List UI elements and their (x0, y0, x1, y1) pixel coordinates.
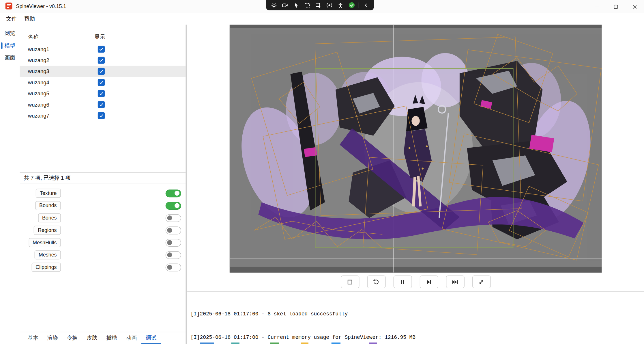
visibility-checkbox[interactable] (98, 57, 105, 64)
tab-animation[interactable]: 动画 (121, 332, 141, 344)
sidebar-item-screen[interactable]: 画面 (0, 52, 20, 64)
titlebar-left: SpineViewer - v0.15.1 (0, 2, 66, 11)
menu-help[interactable]: 帮助 (20, 14, 39, 24)
window-title: SpineViewer - v0.15.1 (16, 4, 66, 10)
tab-basic[interactable]: 基本 (23, 332, 43, 344)
region-select-icon[interactable] (302, 1, 312, 10)
texture-button[interactable]: Texture (36, 189, 61, 198)
bones-button[interactable]: Bones (38, 213, 61, 222)
meshes-toggle[interactable] (166, 251, 181, 259)
table-header: 名称 显示 (20, 30, 186, 44)
visibility-checkbox[interactable] (98, 90, 105, 97)
reset-button[interactable] (367, 276, 385, 288)
visibility-checkbox[interactable] (98, 79, 105, 86)
selection-summary: 共 7 项, 已选择 1 项 (20, 173, 186, 183)
regions-button[interactable]: Regions (34, 226, 61, 235)
render-viewport[interactable] (230, 25, 602, 272)
texture-toggle[interactable] (166, 189, 181, 197)
model-name: wuzang5 (28, 90, 95, 96)
window-controls (587, 0, 644, 13)
tab-debug[interactable]: 调试 (141, 332, 161, 344)
spineviewer-window: SpineViewer - v0.15.1 (0, 0, 644, 344)
property-tabs: 基本 渲染 变换 皮肤 插槽 动画 调试 (20, 332, 186, 344)
tab-skin[interactable]: 皮肤 (82, 332, 102, 344)
model-name: wuzang3 (28, 68, 95, 74)
model-name: wuzang2 (28, 57, 95, 63)
sidebar-item-model[interactable]: 模型 (0, 40, 20, 52)
model-name: wuzang1 (28, 46, 95, 52)
tab-slot[interactable]: 插槽 (102, 332, 121, 344)
visibility-checkbox[interactable] (98, 112, 105, 119)
model-panel: 名称 显示 wuzang1 wuzang2 wuzang3 wuzang4 (20, 25, 186, 344)
table-row[interactable]: wuzang4 (20, 77, 186, 88)
capture-toolbar (266, 0, 374, 10)
fast-forward-icon (451, 278, 459, 285)
column-header-visible: 显示 (94, 33, 105, 41)
record-icon[interactable] (325, 1, 334, 10)
pause-button[interactable] (393, 276, 412, 288)
table-row[interactable]: wuzang1 (20, 44, 186, 55)
tab-transform[interactable]: 变换 (62, 332, 82, 344)
clippings-toggle[interactable] (166, 263, 181, 271)
capture-toolbar-divider (359, 2, 359, 8)
capture-settings-icon[interactable] (269, 1, 279, 10)
meshhulls-toggle[interactable] (166, 239, 181, 246)
app-scale-wrapper: SpineViewer - v0.15.1 (0, 0, 644, 344)
menu-file[interactable]: 文件 (3, 14, 21, 24)
regions-toggle[interactable] (166, 226, 181, 234)
minimize-button[interactable] (587, 0, 606, 13)
maximize-button[interactable] (606, 0, 625, 13)
column-header-name: 名称 (28, 33, 95, 41)
status-check-icon[interactable] (347, 1, 356, 10)
debug-row-bounds: Bounds (20, 199, 186, 212)
log-line: [I]2025-06-18 01:17:00 - Current memory … (190, 334, 641, 342)
stop-icon (347, 278, 353, 285)
debug-row-regions: Regions (20, 224, 186, 237)
playback-controls (187, 273, 644, 291)
camera-icon[interactable] (280, 1, 290, 10)
bounds-button[interactable]: Bounds (35, 201, 61, 210)
model-name: wuzang6 (28, 102, 95, 108)
close-button[interactable] (625, 0, 644, 13)
debug-row-meshhulls: MeshHulls (20, 236, 186, 249)
menu-bar: 文件 帮助 (0, 13, 644, 25)
meshes-button[interactable]: Meshes (35, 250, 61, 259)
table-row[interactable]: wuzang3 (20, 66, 186, 77)
table-row[interactable]: wuzang6 (20, 99, 186, 110)
log-output[interactable]: [I]2025-06-18 01:17:00 - 8 skel loaded s… (187, 291, 644, 344)
side-nav: 浏览 模型 画面 (0, 25, 20, 344)
table-row[interactable]: wuzang7 (20, 110, 186, 121)
tab-render[interactable]: 渲染 (43, 332, 62, 344)
clippings-button[interactable]: Clippings (31, 263, 61, 272)
app-icon (5, 2, 12, 11)
debug-row-meshes: Meshes (20, 249, 186, 261)
bones-toggle[interactable] (166, 214, 181, 222)
visibility-checkbox[interactable] (98, 68, 105, 75)
debug-toggle-list: Texture Bounds Bones Regions (20, 183, 186, 274)
window-snip-icon[interactable] (313, 1, 323, 10)
debug-row-texture: Texture (20, 187, 186, 200)
sidebar-item-browse[interactable]: 浏览 (0, 27, 20, 40)
debug-row-bones: Bones (20, 212, 186, 224)
log-line: [I]2025-06-18 01:17:00 - 8 skel loaded s… (190, 310, 641, 318)
fit-view-icon (478, 278, 485, 285)
accessibility-icon[interactable] (336, 1, 345, 10)
visibility-checkbox[interactable] (98, 101, 105, 108)
fit-view-button[interactable] (472, 276, 491, 288)
fast-forward-button[interactable] (446, 276, 464, 288)
bounds-toggle[interactable] (166, 202, 181, 209)
model-name: wuzang7 (28, 113, 95, 119)
pause-icon (399, 278, 406, 285)
main-area: 浏览 模型 画面 名称 显示 wuzang1 wuzan (0, 25, 644, 344)
step-forward-button[interactable] (420, 276, 438, 288)
model-name: wuzang4 (28, 79, 95, 85)
collapse-chevron-icon[interactable] (361, 1, 371, 10)
stop-button[interactable] (341, 276, 359, 288)
meshhulls-button[interactable]: MeshHulls (29, 238, 61, 247)
table-row[interactable]: wuzang5 (20, 88, 186, 99)
step-forward-icon (426, 278, 432, 285)
cursor-icon[interactable] (291, 1, 301, 10)
model-list-table: 名称 显示 wuzang1 wuzang2 wuzang3 wuzang4 (20, 25, 186, 172)
visibility-checkbox[interactable] (98, 46, 105, 53)
table-row[interactable]: wuzang2 (20, 55, 186, 66)
